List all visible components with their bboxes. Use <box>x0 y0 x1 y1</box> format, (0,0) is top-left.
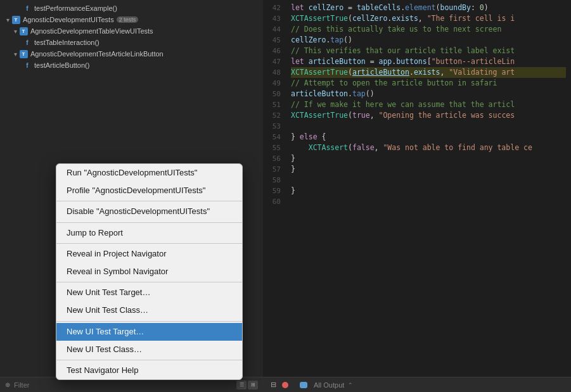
expand-icon <box>13 28 18 34</box>
func-icon: f <box>23 4 32 13</box>
nav-item-label: AgnosticDevelopmentTestArticleLinkButton <box>30 50 164 58</box>
chevron-icon: ⌃ <box>348 382 353 388</box>
nav-item-articlebtn[interactable]: f testArticleButton() <box>0 60 263 71</box>
group-icon: T <box>19 27 28 35</box>
line-num-45: 45 <box>263 35 286 46</box>
line-num-57: 57 <box>263 164 286 175</box>
console-icon[interactable]: ⊟ <box>268 380 278 390</box>
code-line-46: // This verifies that our article title … <box>291 46 566 56</box>
nav-item-tableinteract[interactable]: f testTableInteraction() <box>0 37 263 48</box>
line-num-46: 46 <box>263 46 286 56</box>
menu-item-help[interactable]: Test Navigator Help <box>56 362 242 379</box>
line-num-44: 44 <box>263 24 286 35</box>
test-badge: 2 tests <box>117 16 139 23</box>
menu-separator-1 <box>56 201 242 201</box>
group-icon: T <box>19 49 28 58</box>
code-line-42: let cellZero = tableCells.element(boundB… <box>291 3 566 13</box>
line-num-60: 60 <box>263 196 286 207</box>
bottom-toolbar: ⊟ All Output ⌃ <box>263 377 571 392</box>
line-num-43: 43 <box>263 13 286 24</box>
filter-button[interactable] <box>300 382 307 388</box>
code-line-50: articleButton.tap() <box>291 89 566 99</box>
right-panel: 42 43 44 45 46 47 48 49 50 51 52 53 54 5… <box>263 0 571 392</box>
code-content[interactable]: let cellZero = tableCells.element(boundB… <box>286 0 571 377</box>
menu-item-new-ui-target[interactable]: New UI Test Target… <box>56 323 242 341</box>
line-num-59: 59 <box>263 186 286 196</box>
line-num-47: 47 <box>263 56 286 67</box>
func-icon: f <box>23 61 32 70</box>
func-icon: f <box>23 38 32 47</box>
line-numbers: 42 43 44 45 46 47 48 49 50 51 52 53 54 5… <box>263 0 286 377</box>
code-line-43: XCTAssertTrue(cellZero.exists, "The firs… <box>291 13 566 24</box>
code-line-49: // Attempt to open the article button in… <box>291 78 566 89</box>
code-line-51: // If we make it here we can assume that… <box>291 99 566 110</box>
filter-btn-list[interactable]: ☰ <box>236 381 247 389</box>
menu-separator-2 <box>56 222 242 223</box>
filter-input[interactable] <box>14 381 233 389</box>
code-line-52: XCTAssertTrue(true, "Opening the article… <box>291 110 566 121</box>
code-line-56: } <box>291 153 566 164</box>
filter-icon: ⊕ <box>5 381 10 388</box>
code-line-55: XCTAssert(false, "Was not able to find a… <box>291 142 566 153</box>
line-num-58: 58 <box>263 175 286 186</box>
menu-item-run[interactable]: Run "AgnosticDevelopmentUITests" <box>56 164 242 182</box>
line-num-54: 54 <box>263 132 286 142</box>
nav-item-label: AgnosticDevelopmentUITests <box>23 16 114 23</box>
code-line-48: XCTAssertTrue(articleButton.exists, "Val… <box>291 67 566 78</box>
nav-item-label: testTableInteraction() <box>34 39 99 46</box>
menu-item-jump[interactable]: Jump to Report <box>56 224 242 242</box>
menu-separator-4 <box>56 282 242 282</box>
filter-btn-grid[interactable]: ⊞ <box>248 381 258 389</box>
menu-item-profile[interactable]: Profile "AgnosticDevelopmentUITests" <box>56 182 242 199</box>
expand-icon <box>13 51 18 56</box>
nav-item-uitests[interactable]: T AgnosticDevelopmentUITests 2 tests <box>0 14 263 25</box>
line-num-50: 50 <box>263 89 286 99</box>
line-num-55: 55 <box>263 142 286 153</box>
code-line-44: // Does this actually take us to the nex… <box>291 24 566 35</box>
code-line-45: cellZero.tap() <box>291 35 566 46</box>
menu-item-new-ui-class[interactable]: New UI Test Class… <box>56 341 242 358</box>
code-line-57: } <box>291 164 566 175</box>
filter-buttons: ☰ ⊞ <box>236 381 258 389</box>
nav-item-label: testArticleButton() <box>34 61 89 69</box>
output-label: All Output <box>314 381 344 389</box>
left-panel: f testPerformanceExample() T AgnosticDev… <box>0 0 263 392</box>
nav-item-label: AgnosticDevelopmentTableViewUITests <box>30 27 153 35</box>
menu-separator-6 <box>56 360 242 360</box>
menu-separator-5 <box>56 321 242 322</box>
line-num-56: 56 <box>263 153 286 164</box>
code-line-53 <box>291 121 566 132</box>
line-num-51: 51 <box>263 99 286 110</box>
code-line-60 <box>291 196 566 207</box>
code-line-58 <box>291 175 566 186</box>
nav-item-label: testPerformanceExample() <box>34 4 117 12</box>
menu-item-disable[interactable]: Disable "AgnosticDevelopmentUITests" <box>56 203 242 220</box>
menu-item-reveal-project[interactable]: Reveal in Project Navigator <box>56 245 242 263</box>
nav-item-perf[interactable]: f testPerformanceExample() <box>0 3 263 14</box>
menu-item-reveal-symbol[interactable]: Reveal in Symbol Navigator <box>56 263 242 281</box>
code-line-54: } else { <box>291 132 566 142</box>
code-area: 42 43 44 45 46 47 48 49 50 51 52 53 54 5… <box>263 0 571 377</box>
line-num-49: 49 <box>263 78 286 89</box>
group-icon: T <box>11 15 20 24</box>
nav-item-tableui[interactable]: T AgnosticDevelopmentTableViewUITests <box>0 25 263 37</box>
line-num-52: 52 <box>263 110 286 121</box>
context-menu: Run "AgnosticDevelopmentUITests" Profile… <box>56 163 243 380</box>
menu-item-new-unit-target[interactable]: New Unit Test Target… <box>56 284 242 301</box>
code-line-59: } <box>291 186 566 196</box>
stop-button[interactable] <box>282 382 288 388</box>
code-line-47: let articleButton = app.buttons["button-… <box>291 56 566 67</box>
line-num-48: 48 <box>263 67 286 78</box>
expand-icon <box>5 17 10 22</box>
nav-item-articlelink[interactable]: T AgnosticDevelopmentTestArticleLinkButt… <box>0 48 263 60</box>
menu-item-new-unit-class[interactable]: New Unit Test Class… <box>56 301 242 319</box>
menu-separator-3 <box>56 243 242 244</box>
line-num-42: 42 <box>263 3 286 13</box>
line-num-53: 53 <box>263 121 286 132</box>
